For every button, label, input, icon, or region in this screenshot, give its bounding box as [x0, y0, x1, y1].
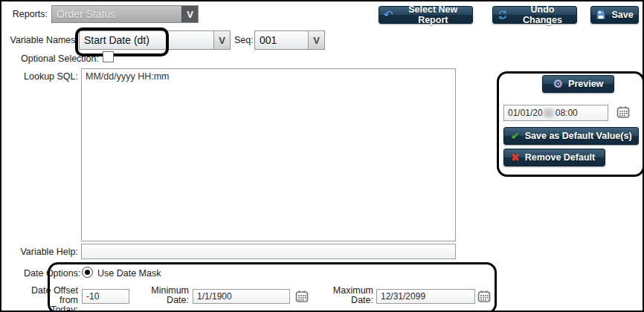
save-as-default-label: Save as Default Value(s): [525, 131, 632, 141]
save-as-default-button[interactable]: ✔ Save as Default Value(s): [503, 127, 639, 145]
calendar-icon[interactable]: [616, 105, 630, 119]
maximum-date-input[interactable]: [376, 289, 475, 304]
minimum-date-label-line1: Minimum: [151, 285, 189, 296]
x-icon: ✖: [511, 152, 520, 163]
seq-label: Seq:: [234, 35, 254, 45]
preview-button[interactable]: ⚙ Preview: [542, 75, 614, 93]
minimum-date-input[interactable]: [193, 289, 290, 304]
use-date-mask-label: Use Date Mask: [97, 268, 179, 279]
seq-value: 001: [255, 31, 308, 49]
default-date-time: 08:00: [556, 108, 578, 118]
remove-default-label: Remove Default: [525, 152, 595, 163]
undo-changes-button[interactable]: Undo Changes: [492, 6, 577, 24]
date-offset-label-line2: Today:: [51, 305, 78, 312]
variable-names-dropdown[interactable]: Start Date (dt) V: [79, 30, 231, 50]
maximum-date-label: Maximum Date:: [331, 286, 373, 305]
reports-dropdown-value: Order Status: [52, 6, 181, 22]
check-icon: ✔: [511, 130, 520, 142]
redacted-text: [544, 108, 553, 117]
date-offset-input[interactable]: [82, 289, 129, 304]
lookup-sql-label: Lookup SQL:: [7, 71, 78, 82]
select-new-report-label: Select New Report: [399, 4, 468, 25]
calendar-icon[interactable]: [295, 290, 309, 303]
remove-default-button[interactable]: ✖ Remove Default: [503, 149, 605, 166]
variable-help-label: Variable Help:: [7, 247, 78, 257]
refresh-icon: [498, 10, 508, 20]
variable-help-input[interactable]: [81, 244, 456, 259]
undo-arrow-icon: ↶: [384, 8, 393, 22]
date-offset-label-line1: Date Offset from: [31, 285, 78, 305]
optional-selection-checkbox[interactable]: [103, 51, 114, 62]
default-date-input[interactable]: 01/01/20 08:00: [503, 105, 608, 121]
seq-dropdown[interactable]: 001 V: [254, 30, 325, 50]
variable-names-value: Start Date (dt): [80, 31, 213, 49]
variable-names-label: Variable Names:: [7, 35, 78, 45]
date-options-label: Date Options:: [24, 268, 78, 279]
calendar-icon[interactable]: [477, 290, 491, 303]
gear-icon: ⚙: [553, 77, 563, 91]
save-button[interactable]: Save: [590, 6, 639, 24]
reports-dropdown[interactable]: Order Status V: [51, 5, 199, 23]
chevron-down-icon: V: [213, 31, 230, 49]
minimum-date-label: Minimum Date:: [147, 286, 189, 305]
maximum-date-label-line2: Date:: [351, 295, 373, 305]
chevron-down-icon: V: [181, 6, 198, 22]
save-label: Save: [611, 10, 633, 20]
reports-label: Reports:: [10, 9, 48, 19]
chevron-down-icon: V: [308, 31, 324, 49]
date-offset-label: Date Offset from Today:: [11, 286, 78, 312]
optional-selection-label: Optional Selection:: [7, 53, 99, 64]
default-date-prefix: 01/01/20: [508, 108, 543, 118]
use-date-mask-radio[interactable]: [82, 267, 93, 278]
lookup-sql-textarea[interactable]: MM/dd/yyyy HH:mm: [81, 68, 456, 241]
save-floppy-icon: [596, 10, 606, 20]
minimum-date-label-line2: Date:: [167, 295, 189, 305]
report-variables-window: Reports: Order Status V ↶ Select New Rep…: [0, 0, 644, 312]
select-new-report-button[interactable]: ↶ Select New Report: [379, 6, 473, 24]
undo-changes-label: Undo Changes: [513, 4, 572, 25]
maximum-date-label-line1: Maximum: [333, 285, 373, 296]
radio-dot: [85, 270, 90, 275]
preview-label: Preview: [568, 79, 603, 89]
